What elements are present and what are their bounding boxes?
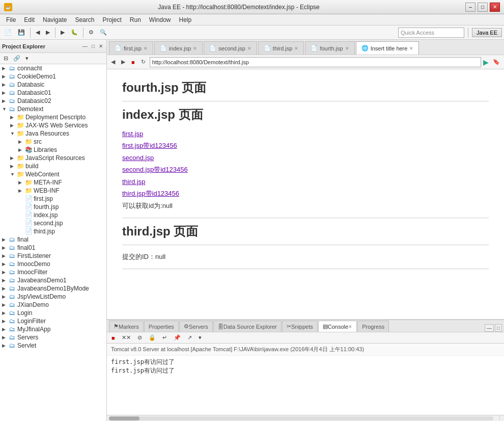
console-menu-btn[interactable]: ▾ [196,333,204,343]
link-first-jsp-id[interactable]: first.jsp带id123456 [122,140,489,151]
menu-run[interactable]: Run [126,15,145,24]
bottom-tab-console[interactable]: ▤ Console ✕ [318,321,357,332]
tab-insert-title[interactable]: 🌐 Insert title here ✕ [356,41,419,55]
link-third-jsp[interactable]: third.jsp [122,176,489,188]
tree-item-final01[interactable]: ▶ 🗂 final01 [0,244,106,252]
scroll-lock-btn[interactable]: 🔒 [146,333,158,343]
tree-item-imoocfilter[interactable]: ▶ 🗂 ImoocFilter [0,268,106,276]
tree-item-third-jsp[interactable]: 📄 third.jsp [0,227,106,235]
menu-file[interactable]: File [2,15,20,24]
link-second-jsp-id[interactable]: second.jsp带id123456 [122,164,489,175]
tree-item-cookiedemo1[interactable]: ▶ 🗂 CookieDemo1 [0,72,106,81]
tab-close-second[interactable]: ✕ [247,46,251,51]
toolbar-misc2[interactable]: 🔍 [97,28,109,37]
tree-item-first-jsp[interactable]: 📄 first.jsp [0,195,106,203]
toolbar-misc1[interactable]: ⚙ [86,28,96,37]
tree-item-jsresources[interactable]: ▶ 📁 JavaScript Resources [0,154,106,162]
tree-item-javabeansdemo1[interactable]: ▶ 🗂 JavabeansDemo1 [0,276,106,284]
toolbar-run[interactable]: ▶ [58,28,67,37]
tree-item-javaresources[interactable]: ▼ 📁 Java Resources [0,129,106,138]
tree-item-deployment[interactable]: ▶ 📁 Deployment Descripto [0,113,106,121]
tab-close-first[interactable]: ✕ [144,46,148,51]
addr-stop-btn[interactable]: ■ [129,58,137,66]
console-tab-close[interactable]: ✕ [348,324,352,329]
minimize-button[interactable]: – [465,3,475,12]
tab-close-fourth[interactable]: ✕ [345,46,349,51]
remove-btn[interactable]: ✕✕ [119,333,133,343]
collapse-all-btn[interactable]: ⊟ [1,54,11,63]
tree-item-second-jsp[interactable]: 📄 second.jsp [0,219,106,227]
bottom-tab-datasource[interactable]: 🗄 Data Source Explorer [213,321,282,332]
tree-item-databasic[interactable]: ▶ 🗂 Databasic [0,81,106,89]
tree-item-libraries[interactable]: ▶ 📚 Libraries [0,146,106,154]
open-console-btn[interactable]: ↗ [185,333,194,343]
java-ee-perspective-button[interactable]: Java EE [472,28,502,37]
tree-item-loginfilter[interactable]: ▶ 🗂 LoginFilter [0,317,106,325]
sidebar-close-btn[interactable]: ✕ [97,43,104,49]
tree-item-servers[interactable]: ▶ 🗂 Servers [0,333,106,341]
bottom-tab-properties[interactable]: Properties [144,321,179,332]
menu-help[interactable]: Help [175,15,196,24]
menu-navigate[interactable]: Navigate [39,15,71,24]
tree-item-build[interactable]: ▶ 📁 build [0,162,106,170]
tree-item-databasic02[interactable]: ▶ 🗂 Databasic02 [0,97,106,105]
menu-project[interactable]: Project [98,15,125,24]
tree-item-src[interactable]: ▶ 📁 src [0,138,106,146]
scrollbar-thumb[interactable] [109,416,139,420]
addr-fwd-btn[interactable]: ▶ [119,58,127,66]
pin-console-btn[interactable]: 📌 [171,333,183,343]
panel-minimize-btn[interactable]: — [485,324,494,332]
tree-item-myjfinalapp[interactable]: ▶ 🗂 MyJfinalApp [0,325,106,333]
horizontal-scrollbar[interactable]: ⋮ [107,415,504,421]
close-button[interactable]: ✕ [490,3,500,12]
tree-item-jspviewlistdemo[interactable]: ▶ 🗂 JspViewListDemo [0,293,106,301]
addr-back-btn[interactable]: ◀ [109,58,117,66]
toolbar-back[interactable]: ◀ [33,28,42,37]
tab-second-jsp[interactable]: 📄 second.jsp ✕ [204,41,257,55]
toolbar-debug[interactable]: 🐛 [68,28,80,37]
link-editor-btn[interactable]: 🔗 [11,54,23,63]
panel-maximize-btn[interactable]: □ [495,324,502,332]
tree-item-final[interactable]: ▶ 🗂 final [0,235,106,244]
menu-edit[interactable]: Edit [20,15,39,24]
tree-item-webinf[interactable]: ▶ 📁 WEB-INF [0,187,106,195]
address-input[interactable]: http://localhost:8080/Demotext/third.jsp [150,57,481,67]
addr-bookmark-btn[interactable]: 🔖 [491,58,502,66]
tab-first-jsp[interactable]: 📄 first.jsp ✕ [109,41,153,55]
maximize-button[interactable]: □ [478,3,488,12]
tree-item-databasic01[interactable]: ▶ 🗂 Databasic01 [0,89,106,97]
tree-item-metainf[interactable]: ▶ 📁 META-INF [0,178,106,187]
sidebar-maximize-btn[interactable]: □ [90,43,96,49]
link-second-jsp[interactable]: second.jsp [122,152,489,164]
menu-search[interactable]: Search [71,15,98,24]
link-third-jsp-id[interactable]: third.jsp带id123456 [122,188,489,199]
toolbar-save[interactable]: 💾 [15,28,27,37]
tree-item-servlet[interactable]: ▶ 🗂 Servlet [0,341,106,350]
bottom-tab-progress[interactable]: Progress [357,321,389,332]
tab-fourth-jsp[interactable]: 📄 fourth.jsp ✕ [305,41,354,55]
bottom-tab-markers[interactable]: ⚑ Markers [109,321,144,332]
tree-item-jxiandemo[interactable]: ▶ 🗂 JXianDemo [0,301,106,309]
bottom-tab-snippets[interactable]: ✂ Snippets [282,321,318,332]
tab-third-jsp[interactable]: 📄 third.jsp ✕ [258,41,304,55]
tree-item-imoocdemo[interactable]: ▶ 🗂 ImoocDemo [0,260,106,268]
tab-close-insert-title[interactable]: ✕ [409,46,413,51]
tree-item-firstlistener[interactable]: ▶ 🗂 FirstListener [0,252,106,260]
toolbar-fwd[interactable]: ▶ [43,28,52,37]
tab-close-index[interactable]: ✕ [193,46,197,51]
tree-item-login[interactable]: ▶ 🗂 Login [0,309,106,317]
addr-go-btn[interactable]: ▶ [483,58,489,66]
sidebar-minimize-btn[interactable]: — [81,43,89,49]
tree-item-index-jsp[interactable]: 📄 index.jsp [0,211,106,219]
word-wrap-btn[interactable]: ↵ [160,333,170,343]
tree-item-fourth-jsp[interactable]: 📄 fourth.jsp [0,203,106,211]
tab-close-third[interactable]: ✕ [294,46,298,51]
menu-window[interactable]: Window [145,15,175,24]
bottom-tab-servers[interactable]: ⚙ Servers [179,321,213,332]
terminate-btn[interactable]: ■ [109,333,118,343]
clear-console-btn[interactable]: ⊘ [135,333,145,343]
tab-index-jsp[interactable]: 📄 index.jsp ✕ [154,41,203,55]
addr-refresh-btn[interactable]: ↻ [139,58,148,66]
quick-access-box[interactable]: Quick Access [398,28,464,38]
toolbar-new[interactable]: 📄 [2,28,14,37]
